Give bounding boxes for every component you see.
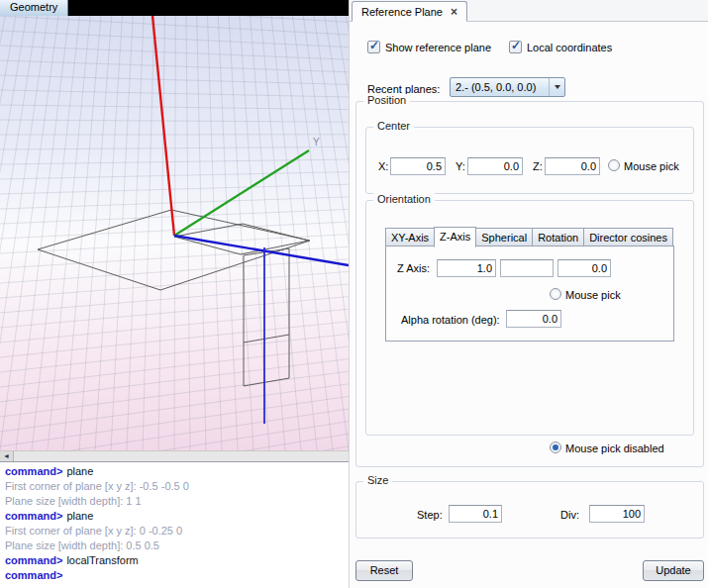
- console-prompt: command>: [5, 510, 62, 522]
- tab-geometry[interactable]: Geometry: [0, 0, 68, 16]
- orientation-mouse-pick-label: Mouse pick: [565, 289, 621, 301]
- console-command: localTransform: [66, 554, 138, 566]
- reset-button[interactable]: Reset: [355, 560, 413, 581]
- panel-tab-bar: Reference Plane ×: [350, 0, 708, 22]
- recent-planes-dropdown[interactable]: 2.- (0.5, 0.0, 0.0): [450, 77, 565, 97]
- 3d-viewport[interactable]: Y: [0, 16, 349, 450]
- scroll-left-arrow-icon[interactable]: ◄: [0, 451, 14, 461]
- alpha-rotation-label: Alpha rotation (deg):: [401, 314, 500, 326]
- close-icon[interactable]: ×: [451, 6, 457, 18]
- y-axis-green: [174, 150, 309, 236]
- center-x-input[interactable]: [390, 157, 446, 175]
- center-z-label: Z:: [533, 160, 543, 172]
- orientation-mouse-pick-radio[interactable]: [550, 288, 561, 300]
- mouse-pick-disabled-label: Mouse pick disabled: [565, 442, 664, 454]
- tab-z-axis[interactable]: Z-Axis: [434, 227, 476, 247]
- tab-reference-plane[interactable]: Reference Plane ×: [352, 1, 467, 22]
- tab-xy-axis[interactable]: XY-Axis: [385, 228, 435, 246]
- z-axis-label: Z Axis:: [397, 262, 430, 274]
- center-y-label: Y:: [455, 160, 465, 172]
- chevron-down-icon: [555, 85, 560, 89]
- local-coordinates-label: Local coordinates: [527, 42, 612, 53]
- tab-label: Reference Plane: [361, 6, 443, 18]
- console-command: plane: [66, 465, 93, 477]
- application-window: Geometry Y ◄ command>plane F: [0, 0, 708, 588]
- console-prompt: command>: [5, 465, 62, 477]
- dropdown-arrow-zone[interactable]: [549, 78, 564, 96]
- console-output: First corner of plane [x y z]: 0 -0.25 0: [5, 524, 349, 539]
- console-line: command>plane: [5, 509, 349, 524]
- center-group-label: Center: [373, 120, 414, 132]
- tab-director-cosines[interactable]: Director cosines: [583, 228, 673, 246]
- command-console[interactable]: command>plane First corner of plane [x y…: [0, 461, 349, 588]
- size-group-label: Size: [363, 474, 392, 486]
- console-command: plane: [66, 510, 93, 522]
- console-line: command>localTransform: [5, 553, 349, 568]
- x-axis-red: [152, 16, 174, 236]
- tab-rotation[interactable]: Rotation: [532, 228, 584, 246]
- mouse-pick-disabled-radio[interactable]: [550, 441, 561, 453]
- horizontal-scrollbar[interactable]: ◄: [0, 450, 349, 461]
- z-axis-y-input[interactable]: [500, 259, 554, 277]
- step-label: Step:: [417, 509, 443, 521]
- step-input[interactable]: [449, 505, 502, 523]
- tab-spherical[interactable]: Spherical: [475, 228, 533, 246]
- center-mouse-pick-label: Mouse pick: [624, 160, 679, 172]
- size-group: [355, 481, 704, 539]
- show-reference-plane-checkbox[interactable]: [367, 41, 380, 53]
- alpha-rotation-input[interactable]: [506, 310, 561, 328]
- div-label: Div:: [560, 509, 579, 521]
- center-x-label: X:: [378, 160, 388, 172]
- orientation-tabs: XY-AxisZ-AxisSphericalRotationDirector c…: [385, 227, 672, 246]
- console-line: command>plane: [5, 464, 349, 479]
- position-group-label: Position: [363, 94, 410, 106]
- z-axis-blue: [174, 236, 349, 265]
- geometry-pane: Geometry Y ◄ command>plane F: [0, 0, 349, 588]
- console-prompt: command>: [5, 569, 62, 581]
- show-reference-plane-label: Show reference plane: [385, 42, 491, 53]
- z-axis-x-input[interactable]: [437, 259, 496, 277]
- recent-planes-value: 2.- (0.5, 0.0, 0.0): [451, 81, 549, 93]
- center-y-input[interactable]: [467, 157, 523, 175]
- z-axis-z-input[interactable]: [557, 259, 611, 277]
- center-mouse-pick-radio[interactable]: [608, 159, 620, 171]
- left-tab-bar: Geometry: [0, 0, 349, 16]
- viewport-canvas: Y: [0, 16, 349, 450]
- console-output: Plane size [width depth]: 1 1: [5, 494, 349, 509]
- center-z-input[interactable]: [545, 157, 600, 175]
- local-coordinates-checkbox[interactable]: [509, 41, 522, 53]
- reference-plane-panel: Reference Plane × Show reference plane L…: [349, 0, 708, 588]
- update-button[interactable]: Update: [643, 560, 704, 581]
- orientation-group-label: Orientation: [373, 193, 435, 205]
- axis-label: Y: [313, 137, 320, 147]
- div-input[interactable]: [589, 505, 645, 523]
- console-prompt: command>: [5, 554, 62, 566]
- console-output: First corner of plane [x y z]: -0.5 -0.5…: [5, 479, 349, 494]
- console-input-line[interactable]: command>: [5, 568, 349, 583]
- console-output: Plane size [width depth]: 0.5 0.5: [5, 539, 349, 553]
